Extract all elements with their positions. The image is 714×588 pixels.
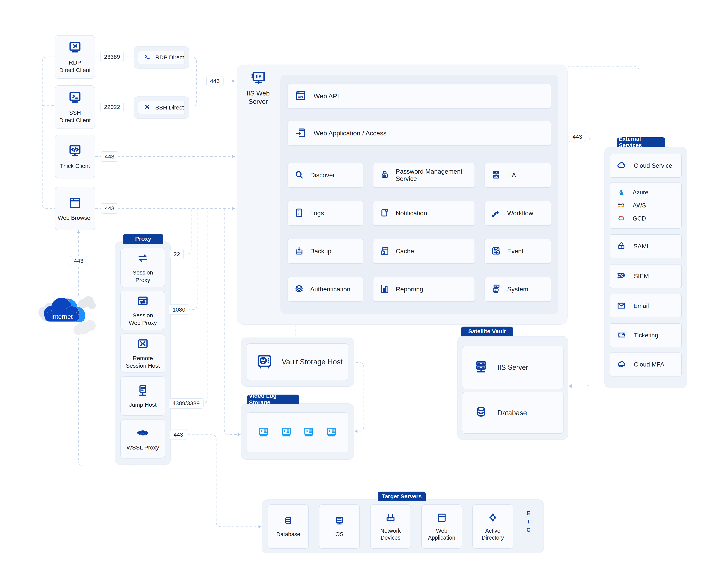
database-icon — [283, 516, 294, 528]
satellite-iis-label: IIS Server — [497, 363, 528, 372]
cell-logs: Logs — [287, 201, 363, 226]
cell-system: System — [485, 277, 551, 302]
node-email: Email — [610, 294, 682, 318]
target-label-line: Directory — [482, 534, 504, 541]
node-video-log-storage — [247, 413, 348, 453]
siem-label: SIEM — [634, 273, 649, 280]
client-label-line: Thick Client — [60, 163, 90, 169]
row-web-application-access: Web Application / Access — [287, 121, 551, 146]
target-label-line: Application — [428, 534, 455, 541]
cloud-key-icon — [616, 359, 627, 370]
cell-discover: Discover — [287, 163, 363, 188]
satellite-database-label: Database — [497, 408, 527, 417]
swap-arrows-icon — [136, 251, 149, 266]
iis-title-line: Server — [248, 98, 268, 105]
browser-window-icon — [68, 195, 82, 211]
node-target-database: Database — [268, 504, 309, 549]
proxy-label-line: Remote — [132, 355, 153, 361]
web-api-icon: API — [295, 90, 307, 102]
system-servers-icon — [491, 284, 502, 295]
cloud-service-label: Cloud Service — [634, 162, 672, 169]
target-label: Database — [277, 531, 300, 538]
log-document-icon — [294, 208, 304, 219]
node-siem: SIEM — [610, 264, 682, 288]
cell-label: HA — [507, 171, 516, 179]
proxy-label-line: Session — [132, 312, 153, 318]
node-wssl-proxy: WSSL Proxy — [120, 419, 165, 459]
node-ssh-direct-client: SSHDirect Client — [55, 85, 95, 129]
cache-icon — [379, 246, 390, 257]
port-chip-webbrowser: 443 — [101, 203, 118, 214]
proxy-badge: Proxy — [123, 234, 163, 244]
siem-icon — [616, 271, 627, 281]
proxy-label-line: Session — [132, 269, 153, 276]
target-etc-label: ETC — [525, 510, 532, 545]
node-rdp-direct-client: RDPDirect Client — [55, 35, 95, 79]
internet-cloud: Internet — [34, 291, 100, 340]
architecture-diagram: 23389 22022 443 443 443 443 22 1080 4389… — [0, 0, 714, 588]
row-web-api: API Web API — [287, 84, 551, 108]
cell-label: Authentication — [310, 286, 350, 293]
node-satellite-database: Database — [462, 392, 564, 434]
proxy-label-line: WSSL Proxy — [127, 444, 159, 450]
ticketing-label: Ticketing — [634, 332, 658, 339]
port-chip-thick: 443 — [101, 151, 118, 162]
target-label-line: Devices — [381, 534, 400, 541]
vault-storage-label: Vault Storage Host — [282, 357, 343, 367]
node-web-browser: Web Browser — [55, 187, 95, 230]
cell-label: Backup — [310, 247, 331, 255]
jump-host-icon — [136, 384, 149, 398]
web-access-label: Web Application / Access — [314, 129, 387, 138]
saml-label: SAML — [633, 243, 650, 250]
port-chip-external: 443 — [569, 131, 586, 142]
port-chip-session-proxy: 22 — [170, 249, 184, 259]
search-icon — [294, 169, 304, 181]
node-saml: SAML — [610, 234, 682, 258]
proxy-label-line: Proxy — [136, 277, 150, 283]
cell-label: Cache — [396, 247, 414, 255]
target-label-line: Web — [436, 528, 447, 534]
iis-monitor-icon: IIS — [250, 70, 267, 88]
node-session-web-proxy: SessionWeb Proxy — [120, 291, 165, 330]
client-label-line: Web Browser — [58, 214, 92, 221]
cell-authentication: Authentication — [287, 277, 363, 302]
router-icon — [385, 512, 396, 524]
azure-icon — [616, 188, 626, 197]
active-directory-icon — [487, 512, 498, 524]
ticket-wrench-icon — [616, 330, 627, 341]
video-log-badge: Video Log Storage — [247, 395, 299, 404]
cell-label: Reporting — [396, 286, 423, 293]
node-rdp-direct: RDP Direct — [138, 51, 185, 64]
client-label-line: RDP — [69, 59, 81, 66]
node-cloud-service: Cloud Service — [610, 154, 682, 178]
cell-reporting: Reporting — [373, 277, 475, 302]
browser-swap-icon — [136, 294, 149, 309]
cell-label: Workflow — [507, 209, 533, 217]
vault-safe-icon — [256, 353, 273, 371]
backup-icon — [294, 246, 304, 257]
google-cloud-icon — [616, 214, 626, 224]
iis-web-server-title: IIS IIS WebServer — [239, 70, 277, 105]
cell-label: System — [507, 286, 528, 293]
cell-notification: Notification — [373, 201, 475, 226]
ssh-direct-label: SSH Direct — [155, 104, 184, 111]
server-rack-icon — [473, 360, 489, 375]
node-remote-session-host: RemoteSession Host — [120, 334, 165, 373]
port-chip-jump-host: 4389/3389 — [168, 398, 204, 408]
event-calendar-icon — [491, 246, 502, 257]
port-chip-wssl: 443 — [170, 429, 187, 440]
port-chip-iis-ingress: 443 — [206, 76, 224, 86]
node-session-proxy: SessionProxy — [120, 248, 165, 287]
wssl-proxy-icon — [136, 426, 149, 441]
svg-text:IIS: IIS — [256, 74, 262, 79]
cell-event: Event — [485, 239, 551, 264]
node-target-os: OS — [319, 504, 360, 549]
cell-password-management: Password Management Service — [373, 163, 475, 188]
cell-ha: HA — [485, 163, 551, 188]
internet-label: Internet — [51, 313, 73, 320]
node-target-web-application: WebApplication — [421, 504, 462, 549]
cell-backup: Backup — [287, 239, 363, 264]
provider-azure: Azure — [610, 188, 681, 197]
terminal-prompt-icon — [143, 53, 151, 62]
port-chip-rdp: 23389 — [100, 52, 124, 62]
